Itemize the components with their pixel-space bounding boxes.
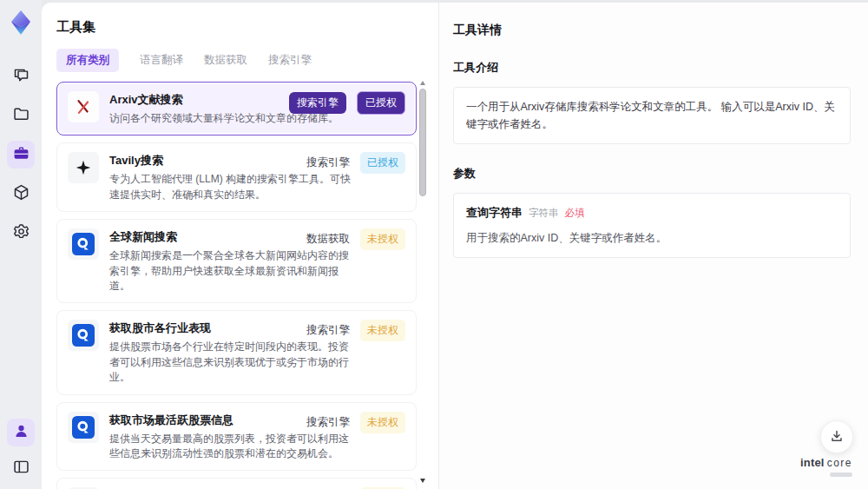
arxiv-icon bbox=[68, 91, 99, 122]
list-scrollbar[interactable] bbox=[418, 77, 427, 486]
toolbox-icon bbox=[12, 144, 30, 165]
chat-icon bbox=[12, 66, 30, 87]
params-box: 查询字符串字符串必填 用于搜索的Arxiv ID、关键字或作者姓名。 bbox=[453, 193, 851, 258]
sidebar-item-account[interactable] bbox=[7, 419, 35, 446]
category-tab-2[interactable]: 数据获取 bbox=[204, 49, 247, 72]
tool-auth-badge: 未授权 bbox=[360, 228, 405, 250]
sidebar-item-collapse[interactable] bbox=[7, 454, 35, 482]
tool-list-panel: 工具集 所有类别语言翻译数据获取搜索引擎 Arxiv文献搜索 访问各个研究领域大… bbox=[42, 3, 438, 489]
tool-description: 提供股票市场各个行业在特定时间段内的表现。投资者可以利用这些信息来识别表现优于或… bbox=[109, 340, 352, 385]
tool-description: 提供当天交易量最高的股票列表，投资者可以利用这些信息来识别流动性强的股票和潜在的… bbox=[109, 432, 352, 462]
tool-auth-badge: 已授权 bbox=[360, 152, 405, 174]
sidebar-item-models[interactable] bbox=[7, 180, 35, 208]
core-brand-text: core bbox=[827, 457, 852, 469]
param-description: 用于搜索的Arxiv ID、关键字或作者姓名。 bbox=[466, 229, 838, 247]
tool-auth-badge: 已授权 bbox=[357, 91, 405, 115]
scrollbar-up-arrow-icon[interactable] bbox=[420, 81, 425, 85]
page-title: 工具集 bbox=[56, 19, 438, 36]
tool-tags: 搜索引擎 未授权 bbox=[306, 320, 405, 341]
category-tab-3[interactable]: 搜索引擎 bbox=[268, 49, 312, 72]
sidebar-item-files[interactable] bbox=[7, 102, 35, 129]
tool-intro-text: 一个用于从Arxiv存储库搜索科学论文和文章的工具。 输入可以是Arxiv ID… bbox=[453, 87, 851, 144]
sidebar-item-tools[interactable] bbox=[7, 141, 35, 169]
sidebar-nav bbox=[7, 63, 35, 247]
download-button[interactable] bbox=[820, 420, 853, 453]
param-item: 查询字符串字符串必填 用于搜索的Arxiv ID、关键字或作者姓名。 bbox=[466, 204, 838, 247]
tool-card[interactable]: 获取市场最活跃股票信息 提供当天交易量最高的股票列表，投资者可以利用这些信息来识… bbox=[56, 402, 417, 472]
tool-detail-panel: 工具详情 工具介绍 一个用于从Arxiv存储库搜索科学论文和文章的工具。 输入可… bbox=[438, 3, 868, 489]
tool-tags: 数据获取 未授权 bbox=[306, 228, 405, 250]
sidebar bbox=[0, 0, 42, 489]
user-icon bbox=[12, 422, 30, 443]
category-tabs: 所有类别语言翻译数据获取搜索引擎 bbox=[56, 49, 438, 72]
sidebar-item-chat[interactable] bbox=[7, 63, 35, 90]
tool-auth-badge: 未授权 bbox=[360, 320, 405, 341]
scrollbar-thumb[interactable] bbox=[419, 89, 426, 196]
tool-card[interactable]: Arxiv文献搜索 访问各个研究领域大量科学论文和文章的存储库。 搜索引擎 已授… bbox=[56, 82, 417, 135]
tool-tags: 搜索引擎 已授权 bbox=[306, 152, 405, 174]
tool-tags: 搜索引擎 未授权 bbox=[306, 412, 405, 433]
news-icon bbox=[68, 228, 99, 260]
sidebar-bottom bbox=[7, 419, 35, 482]
tool-category-label: 搜索引擎 bbox=[289, 92, 346, 114]
tool-description: 全球新闻搜索是一个聚合全球各大新闻网站内容的搜索引擎，帮助用户快速获取全球最新资… bbox=[109, 248, 352, 294]
tool-card[interactable]: 万维地区新闻查询 查询具体行政区划内的新闻，快速了解各地新闻动 搜索引擎 未授权 bbox=[56, 478, 417, 489]
tool-card[interactable]: 全球新闻搜索 全球新闻搜索是一个聚合全球各大新闻网站内容的搜索引擎，帮助用户快速… bbox=[56, 219, 417, 303]
tool-cards-list: Arxiv文献搜索 访问各个研究领域大量科学论文和文章的存储库。 搜索引擎 已授… bbox=[56, 82, 417, 489]
tool-card[interactable]: 获取股市各行业表现 提供股票市场各个行业在特定时间段内的表现。投资者可以利用这些… bbox=[56, 310, 417, 394]
download-icon bbox=[830, 429, 844, 446]
tool-tags: 搜索引擎 已授权 bbox=[289, 91, 405, 115]
app-logo-icon[interactable] bbox=[7, 9, 35, 36]
params-section-label: 参数 bbox=[453, 166, 851, 182]
category-tab-0[interactable]: 所有类别 bbox=[56, 49, 119, 72]
news-icon bbox=[68, 412, 99, 443]
param-required-flag: 必填 bbox=[565, 208, 585, 218]
cube-icon bbox=[12, 183, 30, 204]
sidebar-item-settings[interactable] bbox=[7, 219, 35, 247]
tool-auth-badge: 未授权 bbox=[360, 412, 405, 433]
detail-title: 工具详情 bbox=[453, 23, 851, 38]
tool-category-label: 搜索引擎 bbox=[306, 155, 350, 170]
app-root: 工具集 所有类别语言翻译数据获取搜索引擎 Arxiv文献搜索 访问各个研究领域大… bbox=[0, 0, 868, 489]
gear-icon bbox=[12, 222, 30, 243]
category-tab-1[interactable]: 语言翻译 bbox=[140, 49, 183, 72]
news-icon bbox=[68, 320, 99, 351]
tool-category-label: 搜索引擎 bbox=[306, 415, 350, 430]
intel-core-logo: intelcore bbox=[793, 454, 859, 477]
tool-category-label: 数据获取 bbox=[306, 232, 350, 247]
intro-section-label: 工具介绍 bbox=[453, 60, 851, 76]
folder-icon bbox=[12, 105, 30, 126]
scrollbar-down-arrow-icon[interactable] bbox=[420, 479, 425, 483]
intel-ultra-badge bbox=[830, 472, 852, 477]
tool-description: 专为人工智能代理 (LLM) 构建的搜索引擎工具。可快速提供实时、准确和真实的结… bbox=[109, 172, 352, 202]
param-name: 查询字符串 bbox=[466, 206, 523, 219]
tool-category-label: 搜索引擎 bbox=[306, 323, 350, 338]
intel-brand-text: intel bbox=[800, 456, 825, 469]
panel-toggle-icon bbox=[12, 458, 30, 479]
param-type: 字符串 bbox=[529, 208, 559, 218]
param-header: 查询字符串字符串必填 bbox=[466, 204, 838, 222]
tavily-icon bbox=[68, 152, 99, 183]
tool-card[interactable]: Tavily搜索 专为人工智能代理 (LLM) 构建的搜索引擎工具。可快速提供实… bbox=[56, 142, 417, 212]
